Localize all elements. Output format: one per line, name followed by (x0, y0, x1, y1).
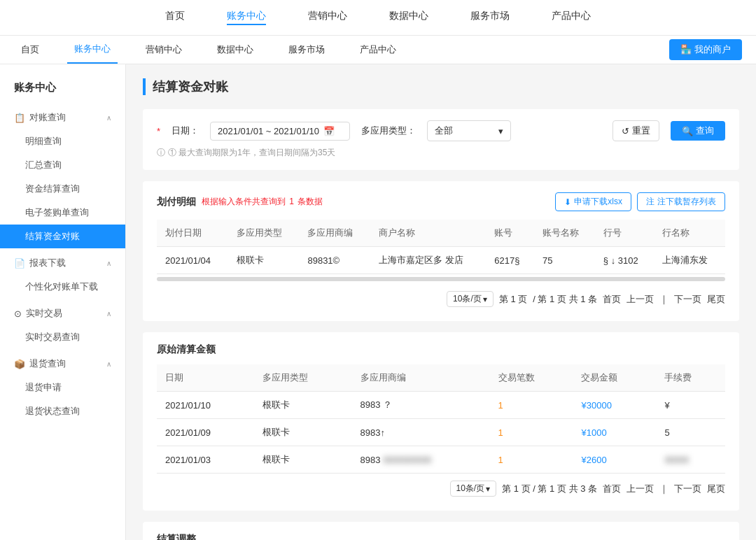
original-settlement-table: 日期 多应用类型 多应用商编 交易笔数 交易金额 手续费 2021/01/10 … (157, 364, 725, 474)
page-prev-link[interactable]: 上一页 (626, 293, 654, 306)
sidebar-item-detail-query[interactable]: 明细查询 (0, 129, 125, 153)
second-nav-marketing[interactable]: 营销中心 (139, 36, 189, 63)
query-button[interactable]: 🔍 查询 (671, 121, 725, 141)
table-row: 2021/01/09 根联卡 8983↑ 1 ¥1000 5 (157, 419, 725, 446)
blurred-appcode: XXXXXXXX (383, 455, 431, 465)
settlement-adjustment-section: 结算调整 清算日期 时间 结算调整类型 多应用类型 多应用商编 调整金额 调整原… (143, 522, 739, 540)
sidebar-group-header-refund[interactable]: 📦 退货查询 ∧ (0, 352, 125, 376)
col-pay-date: 划付日期 (157, 220, 228, 247)
page-first-link[interactable]: 首页 (603, 293, 621, 306)
original-settlement-section: 原始清算金额 日期 多应用类型 多应用商编 交易笔数 交易金额 手续费 2021… (143, 332, 739, 511)
page-divider: ｜ (659, 293, 668, 306)
payment-detail-table-wrap: 划付日期 多应用类型 多应用商编 商户名称 账号 账号名称 行号 行名称 202 (157, 220, 725, 284)
cell-bank-name: 上海浦东发 (654, 247, 725, 274)
reports-icon: 📄 (14, 258, 25, 269)
sidebar-item-settlement-reconciliation[interactable]: 结算资金对账 (0, 225, 125, 248)
nav-product[interactable]: 产品中心 (552, 10, 591, 25)
page-last-link[interactable]: 尾页 (707, 293, 725, 306)
cell-app-type: 根联卡 (228, 247, 300, 274)
sidebar-group-reconciliation: 📋 对账查询 ∧ 明细查询 汇总查询 资金结算查询 电子签购单查询 结算资金对账 (0, 106, 125, 248)
realtime-icon: ⊙ (14, 308, 22, 319)
reset-icon: ↺ (622, 126, 629, 136)
settlement-adjustment-title: 结算调整 (157, 533, 196, 540)
table-row: 2021/01/10 根联卡 8983 ？ 1 ¥30000 ¥ (157, 392, 725, 419)
refund-icon: 📦 (14, 359, 25, 369)
nav-finance[interactable]: 账务中心 (227, 10, 266, 25)
os-page-last-link[interactable]: 尾页 (707, 483, 725, 495)
table-row: 2021/01/03 根联卡 8983 XXXXXXXX 1 ¥2600 XXX… (157, 446, 725, 474)
os-cell-fee-1: ¥ (656, 392, 725, 419)
sidebar-group-header-reports[interactable]: 📄 报表下载 ∧ (0, 251, 125, 275)
payment-detail-table: 划付日期 多应用类型 多应用商编 商户名称 账号 账号名称 行号 行名称 202 (157, 220, 725, 274)
blurred-fee: XXXX (664, 455, 689, 465)
cell-account-no: 6217§ (486, 247, 534, 274)
payment-detail-actions: ⬇ 申请下载xlsx 注 注下载暂存列表 (555, 192, 725, 211)
os-cell-apptype-3: 根联卡 (254, 446, 351, 474)
payment-pagination: 10条/页 ▾ 第 1 页 / 第 1 页 共 1 条 首页 上一页 ｜ 下一页… (157, 284, 725, 310)
search-icon: 🔍 (682, 126, 693, 136)
col-bank-code: 行号 (595, 220, 654, 247)
payment-detail-header: 划付明细 根据输入条件共查询到 1 条数据 ⬇ 申请下载xlsx 注 注下载暂存… (157, 192, 725, 211)
date-required-mark: * (157, 126, 160, 136)
app-type-select[interactable]: 全部 ▾ (427, 120, 511, 141)
original-settlement-title: 原始清算金额 (157, 343, 216, 356)
cell-bank-code: § ↓ 3102 (595, 247, 654, 274)
save-icon: 注 (646, 196, 654, 208)
page-next-link[interactable]: 下一页 (674, 293, 701, 306)
realtime-label: 实时交易 (26, 307, 62, 320)
sidebar-item-capital-query[interactable]: 资金结算查询 (0, 177, 125, 201)
col-app-type: 多应用类型 (228, 220, 300, 247)
my-merchant-button[interactable]: 🏪 我的商户 (669, 39, 742, 60)
sidebar-item-refund-status[interactable]: 退货状态查询 (0, 399, 125, 423)
os-page-next-link[interactable]: 下一页 (674, 483, 701, 495)
reset-label: 重置 (632, 125, 650, 137)
os-per-page-chevron-icon: ▾ (486, 484, 490, 494)
os-cell-date-3: 2021/01/03 (157, 446, 254, 474)
os-cell-txamount-2: ¥1000 (573, 419, 656, 446)
col-app-code: 多应用商编 (299, 220, 370, 247)
second-nav-data[interactable]: 数据中心 (210, 36, 260, 63)
os-page-prev-link[interactable]: 上一页 (626, 483, 654, 495)
second-nav-product[interactable]: 产品中心 (353, 36, 403, 63)
sidebar-group-header-reconciliation[interactable]: 📋 对账查询 ∧ (0, 106, 125, 129)
sidebar-item-summary-query[interactable]: 汇总查询 (0, 153, 125, 177)
second-nav-home[interactable]: 自页 (14, 36, 46, 63)
os-cell-appcode-2: 8983↑ (352, 419, 490, 446)
os-col-tx-amount: 交易金额 (573, 364, 656, 392)
os-page-first-link[interactable]: 首页 (603, 483, 621, 495)
main-content: 结算资金对账 * 日期： 2021/01/01 ~ 2021/01/10 📅 多… (126, 64, 756, 540)
nav-home[interactable]: 首页 (165, 10, 185, 25)
second-nav-service[interactable]: 服务市场 (281, 36, 332, 63)
download-label: 申请下载xlsx (574, 196, 622, 208)
sidebar-item-realtime-query[interactable]: 实时交易查询 (0, 325, 125, 349)
second-nav: 自页 账务中心 营销中心 数据中心 服务市场 产品中心 🏪 我的商户 (0, 36, 756, 64)
cell-account-name: 75 (534, 247, 595, 274)
download-xlsx-button[interactable]: ⬇ 申请下载xlsx (555, 192, 631, 211)
sidebar-item-personal-download[interactable]: 个性化对账单下载 (0, 275, 125, 299)
per-page-chevron-icon: ▾ (483, 294, 487, 304)
os-cell-appcode-1: 8983 ？ (352, 392, 490, 419)
save-list-button[interactable]: 注 注下载暂存列表 (637, 192, 725, 211)
sidebar-item-esign-query[interactable]: 电子签购单查询 (0, 201, 125, 225)
date-input[interactable]: 2021/01/01 ~ 2021/01/10 📅 (210, 122, 350, 141)
sidebar-group-refund: 📦 退货查询 ∧ 退货申请 退货状态查询 (0, 352, 125, 423)
sidebar-item-refund-apply[interactable]: 退货申请 (0, 376, 125, 399)
os-cell-date-1: 2021/01/10 (157, 392, 254, 419)
sidebar-group-header-realtime[interactable]: ⊙ 实时交易 ∧ (0, 301, 125, 325)
os-col-app-code: 多应用商编 (352, 364, 490, 392)
filter-hint: ⓘ ① 最大查询期限为1年，查询日期间隔为35天 (157, 147, 725, 159)
nav-service[interactable]: 服务市场 (470, 10, 510, 25)
per-page-select[interactable]: 10条/页 ▾ (447, 291, 493, 307)
cell-app-code: 89831© (299, 247, 370, 274)
app-type-label: 多应用类型： (361, 125, 416, 137)
nav-data[interactable]: 数据中心 (389, 10, 428, 25)
os-cell-date-2: 2021/01/09 (157, 419, 254, 446)
second-nav-finance[interactable]: 账务中心 (67, 36, 118, 64)
reset-button[interactable]: ↺ 重置 (612, 120, 659, 141)
horizontal-scrollbar[interactable] (157, 277, 725, 281)
calendar-icon: 📅 (323, 126, 335, 136)
info-icon: ⓘ (157, 147, 165, 159)
query-label: 查询 (696, 125, 714, 137)
os-per-page-select[interactable]: 10条/页 ▾ (450, 481, 497, 497)
nav-marketing[interactable]: 营销中心 (308, 10, 347, 25)
